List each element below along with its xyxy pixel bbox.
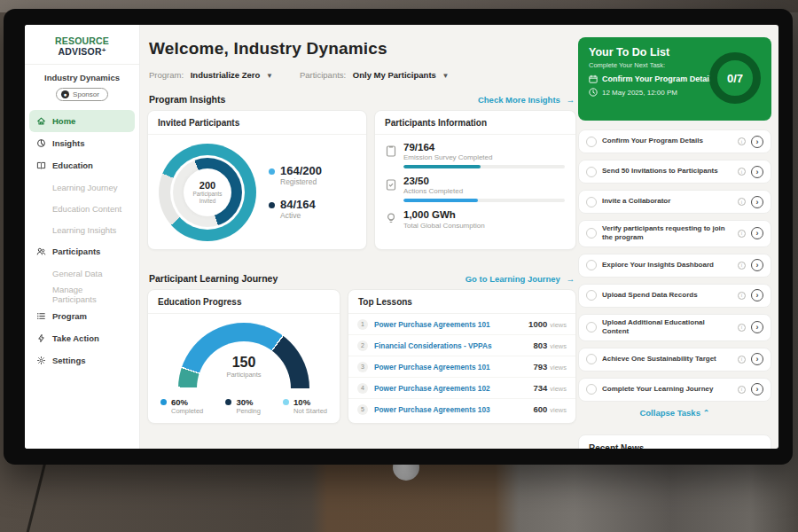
people-icon (36, 246, 46, 256)
stat-row: 79/164 Emission Survey Completed (375, 135, 575, 168)
info-icon[interactable]: i (738, 324, 746, 332)
todo-task-item[interactable]: Explore Your Insights Dashboard i › (578, 254, 771, 278)
donut-center-label: 200 Participants Invited (159, 144, 256, 241)
info-icon[interactable]: i (738, 262, 746, 270)
task-checkbox[interactable] (586, 290, 597, 301)
program-insights-title: Program Insights (149, 94, 225, 105)
legend-value: 84/164 (280, 199, 316, 211)
lesson-views-suffix: views (550, 406, 567, 414)
task-checkbox[interactable] (586, 322, 597, 332)
invited-participants-title: Invited Participants (148, 111, 366, 135)
lesson-views-suffix: views (550, 364, 567, 372)
action-icon (36, 333, 46, 343)
info-icon[interactable]: i (738, 386, 746, 394)
todo-due-label: 12 May 2025, 12:00 PM (602, 89, 677, 97)
task-checkbox[interactable] (586, 137, 597, 147)
sidebar-item-learning-journey[interactable]: Learning Journey (29, 176, 135, 198)
todo-task-item[interactable]: Verify participants requesting to join t… (578, 220, 771, 247)
legend-dot (269, 202, 275, 208)
top-lessons-card: Top Lessons 1 Power Purchase Agreements … (348, 289, 576, 424)
sidebar-item-learning-insights[interactable]: Learning Insights (29, 219, 135, 240)
sponsor-icon: ● (61, 90, 69, 98)
dashboard-screen: RESOURCE ADVISOR+ Industry Dynamics ● Sp… (25, 25, 778, 449)
lesson-rank: 1 (357, 319, 368, 330)
recent-news-title: Recent News (579, 435, 771, 449)
task-checkbox[interactable] (586, 167, 597, 177)
task-checkbox[interactable] (586, 354, 597, 364)
donut-legend-item: 84/164 Active (269, 199, 322, 220)
task-label: Confirm Your Program Details (602, 137, 732, 145)
chevron-right-icon[interactable]: › (751, 136, 763, 148)
education-progress-title: Education Progress (148, 290, 340, 314)
task-checkbox[interactable] (586, 384, 597, 395)
todo-task-item[interactable]: Send 50 Invitations to Participants i › (578, 160, 771, 184)
task-checkbox[interactable] (586, 228, 597, 239)
info-icon[interactable]: i (738, 137, 746, 145)
todo-task-item[interactable]: Complete Your Learning Journey i › (578, 378, 771, 402)
sidebar-item-education[interactable]: Education (29, 154, 135, 176)
go-to-learning-journey-link[interactable]: Go to Learning Journey → (466, 274, 575, 284)
lesson-link[interactable]: Power Purchase Agreements 101 (374, 363, 527, 372)
chevron-right-icon[interactable]: › (751, 227, 763, 239)
legend-label: Registered (280, 177, 322, 186)
check-more-insights-link[interactable]: Check More Insights → (478, 95, 575, 105)
todo-task-item[interactable]: Upload Spend Data Records i › (578, 284, 771, 308)
lesson-views-count: 734 (533, 383, 547, 393)
chevron-right-icon[interactable]: › (751, 383, 763, 395)
sidebar-item-label: Learning Insights (52, 225, 116, 235)
chevron-right-icon[interactable]: › (751, 321, 763, 333)
participants-select[interactable]: Participants: Only My Participants ▼ (300, 70, 449, 80)
sidebar-item-insights[interactable]: Insights (29, 132, 135, 154)
sidebar-item-education-content[interactable]: Education Content (29, 198, 135, 219)
donut-center-caption: Participants Invited (187, 191, 228, 205)
todo-task-item[interactable]: Achieve One Sustainability Target i › (578, 348, 771, 372)
info-icon[interactable]: i (738, 168, 746, 176)
sidebar-item-settings[interactable]: Settings (29, 349, 135, 372)
sidebar-item-participants[interactable]: Participants (29, 240, 135, 262)
info-icon[interactable]: i (738, 198, 746, 206)
monitor-bezel: RESOURCE ADVISOR+ Industry Dynamics ● Sp… (4, 9, 793, 465)
todo-progress-value: 0/7 (727, 72, 743, 85)
info-icon[interactable]: i (738, 292, 746, 300)
program-select[interactable]: Program: Industrialize Zero ▼ (149, 70, 273, 80)
page-title: Welcome, Industry Dynamics (149, 39, 387, 59)
legend-dot (225, 399, 231, 405)
chevron-right-icon[interactable]: › (751, 259, 763, 271)
todo-task-item[interactable]: Invite a Collaborator i › (578, 190, 771, 214)
chevron-right-icon[interactable]: › (751, 289, 763, 301)
sponsor-badge[interactable]: ● Sponsor (56, 88, 108, 101)
education-progress-card: Education Progress 150 Participants 60% … (147, 289, 340, 424)
task-label: Verify participants requesting to join t… (602, 224, 732, 243)
org-name: Industry Dynamics (25, 73, 139, 82)
todo-task-item[interactable]: Confirm Your Program Details i › (578, 129, 771, 153)
sidebar-item-general-data[interactable]: General Data (29, 262, 135, 284)
task-checkbox[interactable] (586, 260, 597, 270)
sidebar-item-home[interactable]: Home (29, 110, 135, 132)
lesson-views-count: 803 (533, 340, 547, 350)
chevron-right-icon[interactable]: › (751, 353, 763, 365)
task-checkbox[interactable] (586, 197, 597, 207)
task-label: Complete Your Learning Journey (602, 385, 732, 394)
todo-task-item[interactable]: Upload Additional Educational Content i … (578, 314, 771, 341)
collapse-tasks-link[interactable]: Collapse Tasks ⌃ (639, 408, 709, 418)
lesson-link[interactable]: Power Purchase Agreements 102 (374, 384, 527, 393)
task-label: Upload Additional Educational Content (602, 318, 732, 337)
gear-icon (36, 356, 46, 365)
lesson-link[interactable]: Power Purchase Agreements 103 (374, 405, 527, 414)
lesson-link[interactable]: Financial Considerations - VPPAs (374, 341, 527, 350)
sidebar-item-label: Education Content (52, 204, 121, 214)
lesson-link[interactable]: Power Purchase Agreements 101 (374, 320, 522, 329)
lesson-rank: 4 (357, 383, 368, 394)
sidebar-item-program[interactable]: Program (29, 305, 135, 327)
clipboard-check-icon (386, 178, 396, 191)
chevron-right-icon[interactable]: › (751, 196, 763, 208)
sidebar-item-manage-participants[interactable]: Manage Participants (29, 284, 135, 305)
info-icon[interactable]: i (738, 356, 746, 364)
info-icon[interactable]: i (738, 230, 746, 238)
logo-advisor: ADVISOR (58, 46, 101, 57)
chevron-right-icon[interactable]: › (751, 166, 763, 178)
lesson-views-count: 600 (533, 404, 547, 414)
participants-label: Participants: (300, 70, 346, 80)
sidebar-item-take-action[interactable]: Take Action (29, 327, 135, 349)
lesson-views-suffix: views (550, 342, 567, 350)
